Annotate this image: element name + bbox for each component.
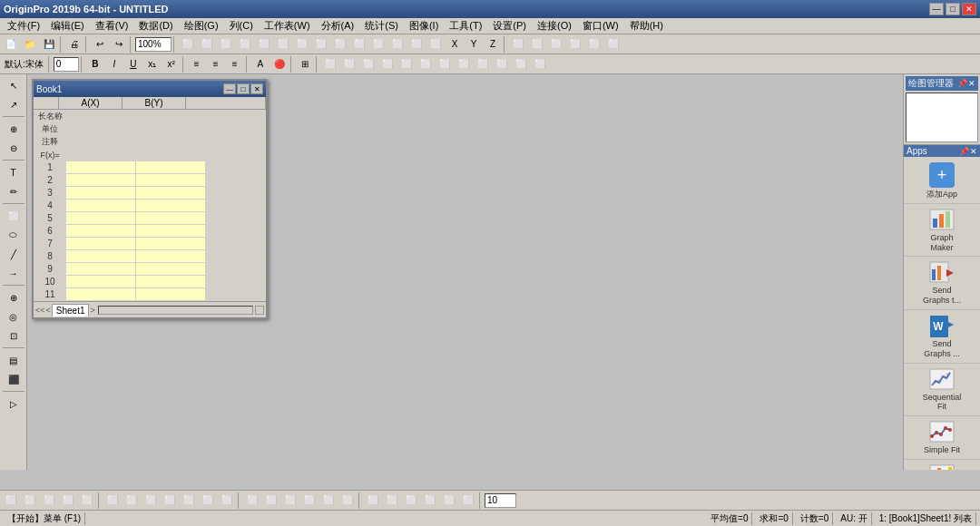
ss-maximize[interactable]: □ <box>237 83 250 94</box>
ss-nav-left[interactable]: << <box>35 306 45 315</box>
bt-b4[interactable]: ⬜ <box>59 492 77 509</box>
menu-plot[interactable]: 绘图(G) <box>179 18 224 34</box>
cell-4-b[interactable] <box>136 200 206 212</box>
tb-b11[interactable]: ⬜ <box>369 36 387 53</box>
cell-comments-c[interactable] <box>206 136 266 149</box>
app-send-graphs-1[interactable]: SendGraphs t... <box>904 257 980 310</box>
cell-longname-a[interactable] <box>66 111 136 123</box>
tool-crosshair[interactable]: ⊕ <box>3 288 24 307</box>
cell-7-b[interactable] <box>136 238 206 250</box>
minimize-button[interactable]: — <box>929 3 944 15</box>
bt-b11[interactable]: ⬜ <box>199 492 217 509</box>
zoom-level-input[interactable] <box>485 493 516 508</box>
print-button[interactable]: 🖨 <box>65 36 83 53</box>
bt-b16[interactable]: ⬜ <box>300 492 318 509</box>
cell-2-c[interactable] <box>206 174 266 187</box>
bt-b20[interactable]: ⬜ <box>383 492 401 509</box>
apps-close[interactable]: ✕ <box>970 147 977 156</box>
bt-b9[interactable]: ⬜ <box>161 492 179 509</box>
app-send-graphs-2[interactable]: W SendGraphs ... <box>904 310 980 364</box>
gm-close[interactable]: ✕ <box>968 79 975 88</box>
ss-close[interactable]: ✕ <box>250 83 263 94</box>
format-b3[interactable]: ⬜ <box>359 56 377 73</box>
format-b11[interactable]: ⬜ <box>512 56 530 73</box>
tb-b18[interactable]: ⬜ <box>509 36 527 53</box>
cell-5-a[interactable] <box>66 212 136 225</box>
tb-b20[interactable]: ⬜ <box>547 36 565 53</box>
tb-b22[interactable]: ⬜ <box>585 36 603 53</box>
format-b6[interactable]: ⬜ <box>416 56 435 73</box>
apps-buttons[interactable]: 📌 ✕ <box>959 147 977 156</box>
cell-11-b[interactable] <box>136 288 206 301</box>
menu-tools[interactable]: 工具(T) <box>444 18 487 34</box>
menu-image[interactable]: 图像(I) <box>404 18 444 34</box>
tb-b12[interactable]: ⬜ <box>388 36 407 53</box>
tool-pointer[interactable]: ↗ <box>3 95 24 113</box>
cell-longname-c[interactable] <box>206 111 266 123</box>
underline-button[interactable]: U <box>124 56 142 73</box>
bt-b3[interactable]: ⬜ <box>40 492 58 509</box>
app-sequential-fit[interactable]: SequentialFit <box>904 364 980 417</box>
bt-b22[interactable]: ⬜ <box>421 492 439 509</box>
cell-3-a[interactable] <box>66 187 136 200</box>
cell-11-a[interactable] <box>66 288 136 301</box>
add-app-item[interactable]: + 添加App <box>904 157 980 204</box>
gm-buttons[interactable]: 📌 ✕ <box>957 79 975 88</box>
format-b7[interactable]: ⬜ <box>436 56 454 73</box>
tb-b17[interactable]: Z <box>484 36 502 53</box>
cell-7-c[interactable] <box>206 238 266 250</box>
ss-title-buttons[interactable]: — □ ✕ <box>223 83 263 94</box>
tb-b21[interactable]: ⬜ <box>566 36 584 53</box>
tb-b8[interactable]: ⬜ <box>312 36 330 53</box>
cell-10-a[interactable] <box>66 276 136 288</box>
bt-b15[interactable]: ⬜ <box>281 492 299 509</box>
bt-b21[interactable]: ⬜ <box>402 492 420 509</box>
cell-3-b[interactable] <box>136 187 206 200</box>
bt-b6[interactable]: ⬜ <box>103 492 122 509</box>
tb-b6[interactable]: ⬜ <box>274 36 292 53</box>
cell-6-a[interactable] <box>66 225 136 238</box>
tb-b14[interactable]: ⬜ <box>426 36 445 53</box>
font-color-button[interactable]: A <box>251 56 270 73</box>
format-b9[interactable]: ⬜ <box>474 56 492 73</box>
tool-mask[interactable]: ▤ <box>3 351 24 369</box>
format-b12[interactable]: ⬜ <box>531 56 549 73</box>
bt-b1[interactable]: ⬜ <box>2 492 20 509</box>
app-stats-advisor[interactable]: StatsAdvisor <box>904 460 980 470</box>
format-b4[interactable]: ⬜ <box>378 56 397 73</box>
close-button[interactable]: ✕ <box>962 3 976 15</box>
tool-more[interactable]: ▷ <box>3 394 24 413</box>
tb-b19[interactable]: ⬜ <box>528 36 546 53</box>
menu-column[interactable]: 列(C) <box>224 18 259 34</box>
font-size-input[interactable] <box>54 57 79 72</box>
col-a-header[interactable]: A(X) <box>59 97 122 109</box>
sheet1-tab[interactable]: Sheet1 <box>52 304 90 317</box>
menu-view[interactable]: 查看(V) <box>90 18 134 34</box>
tool-ellipse[interactable]: ⬭ <box>3 226 24 244</box>
menu-data[interactable]: 数据(D) <box>133 18 178 34</box>
bt-b13[interactable]: ⬜ <box>243 492 261 509</box>
bt-b24[interactable]: ⬜ <box>459 492 477 509</box>
tb-b3[interactable]: ⬜ <box>217 36 235 53</box>
tool-rect[interactable]: ⬜ <box>3 207 24 225</box>
tb-b2[interactable]: ⬜ <box>198 36 216 53</box>
tool-line[interactable]: ╱ <box>3 245 24 263</box>
bt-b19[interactable]: ⬜ <box>364 492 382 509</box>
align-right[interactable]: ≡ <box>226 56 244 73</box>
spreadsheet-title-bar[interactable]: Book1 — □ ✕ <box>34 81 266 97</box>
title-buttons[interactable]: — □ ✕ <box>929 3 976 15</box>
menu-connect[interactable]: 连接(O) <box>532 18 577 34</box>
menu-window[interactable]: 窗口(W) <box>577 18 624 34</box>
cell-4-a[interactable] <box>66 200 136 212</box>
cell-9-c[interactable] <box>206 263 266 276</box>
border-button[interactable]: ⊞ <box>296 56 314 73</box>
tool-zoom-out[interactable]: ⊖ <box>3 139 24 157</box>
tb-b9[interactable]: ⬜ <box>331 36 349 53</box>
cell-4-c[interactable] <box>206 200 266 212</box>
tb-b5[interactable]: ⬜ <box>255 36 273 53</box>
cell-9-a[interactable] <box>66 263 136 276</box>
menu-analysis[interactable]: 分析(A) <box>316 18 360 34</box>
format-b2[interactable]: ⬜ <box>340 56 358 73</box>
menu-worksheet[interactable]: 工作表(W) <box>259 18 316 34</box>
status-start[interactable]: 【开始】菜单 (F1) <box>4 512 85 525</box>
